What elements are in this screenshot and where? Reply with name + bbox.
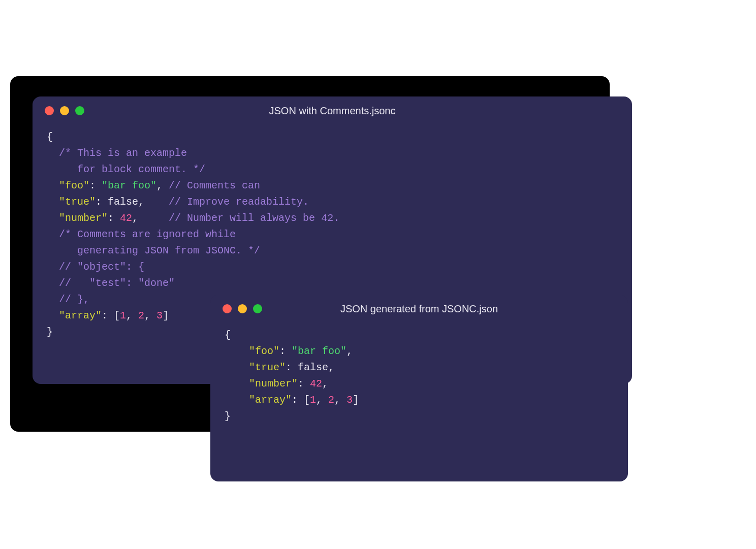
token-punct: ,: [144, 310, 156, 321]
token-comment: for block comment. */: [47, 164, 205, 175]
token-comment: // Improve readability.: [169, 196, 309, 208]
token-punct: ,: [346, 345, 353, 357]
code-line: "true": false, // Improve readability.: [47, 194, 618, 210]
code-line: "number": 42,: [225, 376, 614, 392]
token-plain: [225, 378, 249, 390]
token-number: 1: [310, 394, 316, 406]
token-number: 2: [138, 310, 144, 321]
code-line: "number": 42, // Number will always be 4…: [47, 210, 618, 227]
token-key: "array": [59, 310, 102, 321]
code-block: { "foo": "bar foo", "true": false, "numb…: [210, 323, 628, 439]
token-plain: [225, 394, 249, 406]
token-punct: ,: [126, 310, 138, 321]
close-icon[interactable]: [45, 106, 54, 115]
token-key: "true": [59, 196, 96, 208]
token-comment: // Number will always be 42.: [169, 212, 339, 224]
code-line: "foo": "bar foo", // Comments can: [47, 178, 618, 194]
token-number: 1: [120, 310, 126, 321]
token-punct: ,: [322, 378, 328, 390]
traffic-lights: [223, 304, 262, 313]
token-string: "bar foo": [102, 180, 156, 191]
token-key: "array": [249, 394, 292, 406]
code-line: }: [225, 408, 614, 425]
traffic-lights: [45, 106, 84, 115]
token-number: 3: [346, 394, 353, 406]
code-line: generating JSON from JSONC. */: [47, 243, 618, 259]
token-brace: }: [225, 410, 231, 422]
token-plain: [47, 196, 59, 208]
token-plain: [47, 212, 59, 224]
token-punct: ,: [138, 196, 169, 208]
token-comment: /* This is an example: [47, 147, 187, 159]
token-punct: ,: [316, 394, 328, 406]
token-key: "foo": [249, 345, 279, 357]
code-line: /* This is an example: [47, 145, 618, 162]
token-comment: // },: [47, 294, 89, 305]
token-number: 42: [120, 212, 132, 224]
token-number: 3: [156, 310, 163, 321]
token-comment: generating JSON from JSONC. */: [47, 245, 260, 256]
token-punct: ]: [353, 394, 359, 406]
token-key: "foo": [59, 180, 89, 191]
token-punct: ]: [163, 310, 169, 321]
token-key: "true": [249, 362, 286, 373]
code-line: for block comment. */: [47, 162, 618, 178]
window-title: JSON with Comments.jsonc: [33, 105, 632, 117]
minimize-icon[interactable]: [238, 304, 247, 313]
token-brace: }: [47, 326, 53, 338]
token-plain: [47, 180, 59, 191]
code-line: /* Comments are ignored while: [47, 227, 618, 243]
code-line: // "test": "done": [47, 275, 618, 292]
code-line: "true": false,: [225, 360, 614, 376]
code-line: {: [225, 327, 614, 343]
token-comment: // "test": "done": [47, 277, 175, 289]
token-punct: :: [108, 212, 120, 224]
code-line: "foo": "bar foo",: [225, 343, 614, 360]
token-punct: ,: [328, 362, 334, 373]
token-punct: ,: [334, 394, 346, 406]
token-punct: :: [89, 180, 102, 191]
code-line: // "object": {: [47, 259, 618, 275]
close-icon[interactable]: [223, 304, 232, 313]
token-bool: false: [298, 362, 328, 373]
token-plain: [225, 345, 249, 357]
token-punct: : [: [102, 310, 120, 321]
code-line: {: [47, 129, 618, 145]
code-window-json: JSON generated from JSONC.json { "foo": …: [210, 295, 628, 481]
titlebar: JSON generated from JSONC.json: [210, 295, 628, 323]
titlebar: JSON with Comments.jsonc: [33, 96, 632, 125]
token-punct: :: [279, 345, 292, 357]
code-line: "array": [1, 2, 3]: [225, 392, 614, 408]
token-string: "bar foo": [292, 345, 346, 357]
token-punct: : [: [292, 394, 310, 406]
token-punct: :: [286, 362, 298, 373]
minimize-icon[interactable]: [60, 106, 69, 115]
token-plain: [47, 310, 59, 321]
token-key: "number": [59, 212, 108, 224]
window-title: JSON generated from JSONC.json: [210, 303, 628, 315]
token-punct: :: [96, 196, 108, 208]
token-comment: /* Comments are ignored while: [47, 229, 236, 240]
token-punct: ,: [156, 180, 169, 191]
token-brace: {: [225, 329, 231, 341]
token-punct: :: [298, 378, 310, 390]
token-plain: [225, 362, 249, 373]
token-brace: {: [47, 131, 53, 143]
maximize-icon[interactable]: [253, 304, 262, 313]
token-comment: // "object": {: [47, 261, 144, 273]
maximize-icon[interactable]: [75, 106, 84, 115]
token-key: "number": [249, 378, 298, 390]
token-comment: // Comments can: [169, 180, 260, 191]
token-bool: false: [108, 196, 138, 208]
token-number: 42: [310, 378, 322, 390]
token-number: 2: [328, 394, 334, 406]
token-punct: ,: [132, 212, 169, 224]
